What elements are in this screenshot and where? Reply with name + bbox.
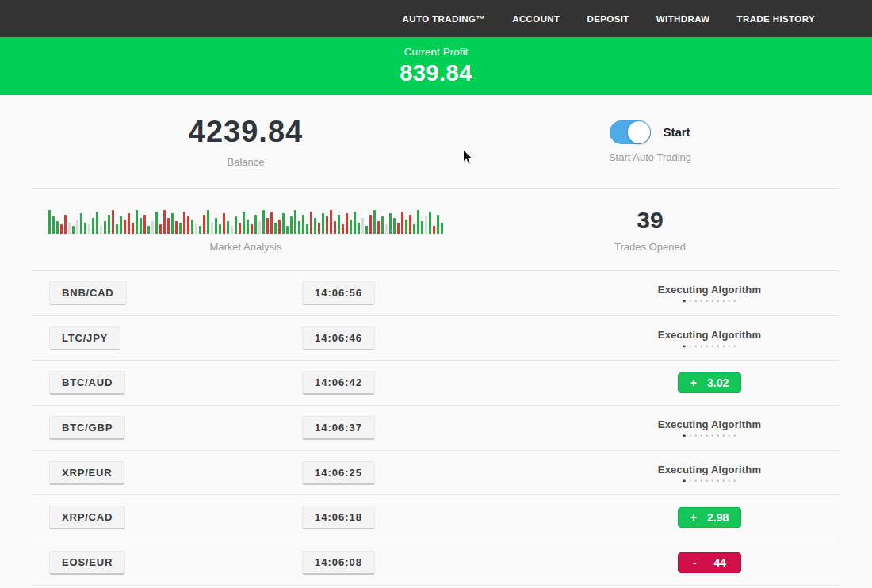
chart-bar [64, 215, 67, 234]
chart-bar [421, 221, 423, 234]
trade-status: Executing Algorithm [658, 418, 761, 437]
result-sign: - [693, 556, 697, 569]
chart-bar [167, 218, 170, 234]
chart-bar [88, 224, 90, 234]
progress-dots [683, 345, 736, 348]
chart-bar [425, 216, 427, 234]
trades-opened-label: Trades Opened [614, 241, 686, 253]
chart-bar [132, 223, 134, 234]
pair-badge: BTC/GBP [49, 416, 125, 440]
toggle-label: Start [663, 125, 690, 139]
chart-bar [417, 210, 419, 234]
chart-bar [258, 221, 261, 234]
chart-bar [354, 212, 356, 234]
progress-dots [683, 434, 736, 437]
chart-bar [437, 215, 439, 234]
pair-badge: LTC/JPY [49, 326, 120, 350]
trades-list: BNB/CAD14:06:56Executing AlgorithmLTC/JP… [32, 270, 840, 586]
chart-bar [243, 212, 245, 234]
chart-bar [282, 213, 285, 234]
trade-result-badge: +3.02 [678, 372, 741, 393]
chart-bar [223, 213, 225, 234]
chart-bar [175, 221, 178, 234]
nav-item-auto-trading[interactable]: AUTO TRADING™ [403, 14, 486, 24]
progress-dots [683, 479, 736, 483]
trade-row: BTC/AUD14:06:42+3.02 [32, 361, 840, 406]
chart-bar [290, 216, 293, 234]
chart-bar [330, 210, 332, 234]
chart-bar [100, 226, 102, 234]
chart-bar [231, 226, 233, 234]
trade-time-badge: 14:06:25 [302, 461, 375, 485]
trade-status: +2.98 [678, 507, 741, 528]
executing-algorithm-label: Executing Algorithm [658, 329, 761, 341]
trade-status: Executing Algorithm [658, 464, 761, 483]
pair-badge: EOS/EUR [49, 551, 125, 575]
chart-bar [191, 220, 193, 234]
balance-section: 4239.84 Balance Start Start Auto Trading [0, 95, 872, 188]
pair-badge: XRP/EUR [49, 461, 124, 485]
chart-bar [294, 210, 296, 234]
chart-bar [203, 215, 205, 234]
chart-bar [350, 220, 352, 234]
chart-bar [377, 221, 380, 234]
chart-bar [183, 212, 185, 234]
trade-status: Executing Algorithm [658, 329, 761, 348]
chart-bar [397, 223, 400, 234]
nav-item-account[interactable]: ACCOUNT [512, 14, 560, 24]
chart-bar [143, 215, 146, 234]
trade-time-badge: 14:06:42 [302, 371, 375, 395]
pair-badge: BTC/AUD [49, 371, 125, 395]
trade-time-badge: 14:06:46 [302, 326, 375, 350]
chart-bar [116, 224, 118, 234]
chart-bar [112, 210, 114, 234]
chart-bar [433, 226, 435, 234]
current-profit-label: Current Profit [404, 46, 468, 58]
chart-bar [48, 210, 51, 234]
market-analysis-label: Market Analysis [209, 241, 281, 253]
chart-bar [124, 220, 126, 234]
trade-time-badge: 14:06:56 [302, 281, 375, 305]
chart-bar [96, 212, 98, 234]
nav-item-trade-history[interactable]: TRADE HISTORY [737, 14, 816, 24]
market-section: Market Analysis 39 Trades Opened [0, 189, 872, 270]
chart-bar [334, 221, 336, 234]
nav-item-deposit[interactable]: DEPOSIT [587, 14, 629, 24]
chart-bar [120, 216, 122, 234]
chart-bar [84, 223, 86, 234]
trade-time-badge: 14:06:37 [302, 416, 375, 440]
chart-bar [358, 223, 360, 234]
auto-trading-toggle[interactable] [610, 120, 651, 144]
executing-algorithm-label: Executing Algorithm [658, 284, 761, 296]
chart-bar [239, 223, 241, 234]
chart-bar [298, 221, 300, 234]
chart-bar [235, 216, 237, 234]
executing-algorithm-label: Executing Algorithm [658, 464, 761, 475]
chart-bar [104, 221, 106, 234]
chart-bar [140, 218, 142, 234]
chart-bar [179, 223, 182, 234]
trade-row: XRP/EUR14:06:25Executing Algorithm [32, 451, 840, 496]
trade-status: Executing Algorithm [658, 284, 761, 303]
chart-bar [159, 224, 162, 234]
executing-algorithm-label: Executing Algorithm [658, 418, 761, 430]
chart-bar [441, 223, 443, 234]
result-sign: + [690, 511, 697, 524]
progress-dots [683, 300, 736, 303]
chart-bar [254, 215, 257, 234]
chart-bar [429, 212, 431, 234]
chart-bar [413, 224, 415, 234]
trade-result-badge: +2.98 [678, 507, 741, 528]
chart-bar [401, 212, 403, 234]
nav-item-withdraw[interactable]: WITHDRAW [656, 14, 710, 24]
chart-bar [195, 224, 197, 234]
chart-bar [326, 216, 328, 234]
chart-bar [128, 213, 130, 234]
trade-row: BTC/GBP14:06:37Executing Algorithm [32, 406, 840, 451]
chart-bar [211, 223, 213, 234]
balance-value: 4239.84 [189, 115, 303, 149]
balance-label: Balance [228, 156, 265, 168]
trade-row: BNB/CAD14:06:56Executing Algorithm [32, 271, 840, 316]
result-value: 2.98 [707, 511, 729, 524]
chart-bar [365, 226, 368, 234]
